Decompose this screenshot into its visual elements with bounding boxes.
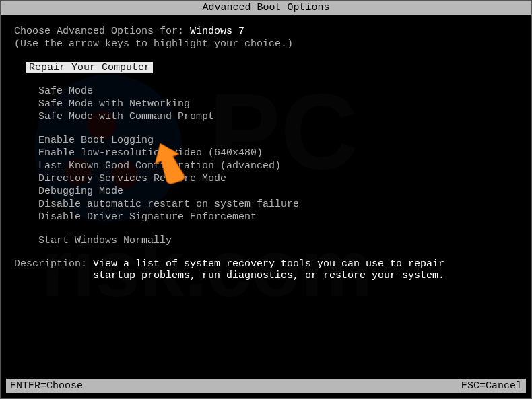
option-enable-boot-logging[interactable]: Enable Boot Logging (1, 135, 531, 146)
option-disable-driver-signature[interactable]: Disable Driver Signature Enforcement (1, 211, 531, 223)
option-low-resolution-video[interactable]: Enable low-resolution video (640x480) (1, 147, 531, 159)
os-name: Windows 7 (190, 26, 244, 37)
description-text-line2: startup problems, run diagnostics, or re… (1, 270, 531, 281)
option-safe-mode-command-prompt[interactable]: Safe Mode with Command Prompt (1, 111, 531, 122)
footer-enter-choose: ENTER=Choose (10, 380, 83, 392)
option-safe-mode-networking[interactable]: Safe Mode with Networking (1, 98, 531, 110)
description-label: Description: (14, 258, 93, 270)
option-last-known-good-config[interactable]: Last Known Good Configuration (advanced) (1, 160, 531, 172)
option-directory-services-restore[interactable]: Directory Services Restore Mode (1, 173, 531, 184)
choose-prefix: Choose Advanced Options for: (14, 26, 190, 37)
option-group-advanced: Enable Boot Logging Enable low-resolutio… (1, 135, 531, 223)
option-safe-mode[interactable]: Safe Mode (1, 85, 531, 97)
option-group-safe-mode: Safe Mode Safe Mode with Networking Safe… (1, 85, 531, 122)
option-disable-auto-restart[interactable]: Disable automatic restart on system fail… (1, 198, 531, 210)
footer-esc-cancel: ESC=Cancel (461, 380, 522, 392)
option-group-normal: Start Windows Normally (1, 235, 531, 246)
option-repair-your-computer[interactable]: Repair Your Computer (26, 62, 153, 73)
choose-line: Choose Advanced Options for: Windows 7 (1, 26, 531, 37)
option-debugging-mode[interactable]: Debugging Mode (1, 186, 531, 197)
page-title: Advanced Boot Options (202, 2, 329, 13)
description-text-line1: View a list of system recovery tools you… (93, 258, 444, 270)
arrow-keys-hint: (Use the arrow keys to highlight your ch… (1, 38, 531, 50)
description-block: Description: View a list of system recov… (1, 258, 531, 270)
title-bar: Advanced Boot Options (1, 1, 531, 15)
option-start-windows-normally[interactable]: Start Windows Normally (1, 235, 531, 246)
footer-bar: ENTER=Choose ESC=Cancel (6, 379, 526, 393)
